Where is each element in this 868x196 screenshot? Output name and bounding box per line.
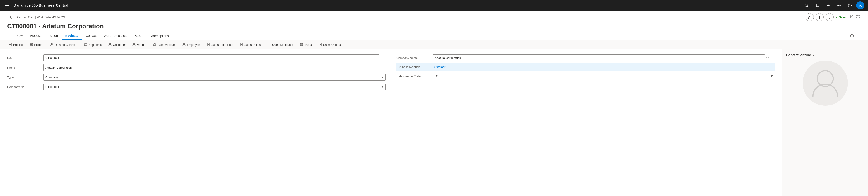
field-no-value: ··· [43,55,385,61]
help-icon-btn[interactable] [845,1,855,10]
subnav-picture[interactable]: Picture [26,41,46,48]
segments-icon [84,43,87,47]
svg-rect-37 [268,43,270,46]
field-name-ellipsis-btn[interactable]: ··· [380,65,385,70]
field-company-name-value: ··· [433,55,775,61]
svg-rect-39 [301,43,303,45]
menu-word-templates[interactable]: Word Templates [100,32,130,40]
settings-icon-btn[interactable] [835,1,844,10]
subnav-segments[interactable]: Segments [81,41,105,48]
svg-point-18 [52,43,53,44]
more-options-btn[interactable]: More options [147,32,173,39]
field-name-input[interactable] [43,64,379,71]
app-title: Dynamics 365 Business Central [13,3,68,7]
menu-bar: New Process Report Navigate Contact Word… [7,32,861,40]
top-navigation: Dynamics 365 Business Central [0,0,868,11]
user-avatar[interactable]: IK [856,1,864,9]
subnav-related-contacts[interactable]: Related Contacts [47,41,81,48]
subnav-picture-label: Picture [34,43,43,46]
menu-contact[interactable]: Contact [82,32,100,40]
field-no-input[interactable] [43,55,379,61]
breadcrumb: Contact Card | Work Date: 4/12/2021 [17,15,65,19]
top-nav-left: Dynamics 365 Business Central [4,2,802,8]
business-relation-link[interactable]: Customer [433,65,445,69]
menu-new[interactable]: New [13,32,26,40]
subnav-bank-account[interactable]: Bank Account [150,41,179,48]
subnav-employee-label: Employee [187,43,200,46]
field-company-name-ellipsis-btn[interactable]: ··· [770,55,775,61]
bank-account-icon [153,43,156,47]
subnav-sales-quotes-label: Sales Quotes [323,43,341,46]
svg-point-10 [852,35,852,35]
field-company-no-value: CT000001 [43,84,385,90]
contact-picture-title[interactable]: Contact Picture ∨ [786,53,864,57]
subnav-bank-account-label: Bank Account [158,43,176,46]
expand-btn[interactable] [855,14,861,20]
saved-indicator: ✓ Saved [835,15,847,19]
sales-prices-icon [240,43,243,47]
delete-button[interactable] [826,13,834,21]
subnav-sales-price-lists[interactable]: Sales Price Lists [204,41,236,48]
page-title-name: Adatum Corporation [42,23,104,30]
field-company-name: Company Name ··· [397,53,775,63]
field-company-name-label: Company Name [397,56,433,60]
subnav-profiles[interactable]: Profiles [5,41,26,48]
field-salesperson-code-select[interactable]: JO [433,73,775,79]
picture-icon [30,43,33,47]
field-type: Type Company Person [7,72,385,82]
svg-rect-19 [84,43,87,45]
field-no-ellipsis-btn[interactable]: ··· [380,55,385,61]
info-icon-btn[interactable] [848,33,855,39]
field-salesperson-code-label: Salesperson Code [397,74,433,78]
add-button[interactable] [815,13,824,21]
field-type-select[interactable]: Company Person [43,74,385,80]
field-company-name-input[interactable] [433,55,765,61]
open-in-new-btn[interactable] [849,14,855,20]
subnav-sales-prices[interactable]: Sales Prices [237,41,264,48]
subnav-sales-discounts-label: Sales Discounts [272,43,293,46]
form-sidebar: Contact Picture ∨ [782,50,868,196]
hamburger-menu[interactable] [4,2,11,8]
sales-discounts-icon [268,43,271,47]
subnav-segments-label: Segments [89,43,102,46]
search-icon-btn[interactable] [802,1,811,10]
back-button[interactable] [7,13,14,21]
bell-icon-btn[interactable] [813,1,822,10]
chevron-down-icon: ∨ [812,54,814,57]
edit-button[interactable] [806,13,814,21]
subnav-sales-quotes[interactable]: Sales Quotes [315,41,344,48]
subnav-sales-discounts[interactable]: Sales Discounts [264,41,296,48]
field-name: Name ··· [7,63,385,72]
form-content: No. ··· Name ··· [0,50,868,196]
subnav-vendor[interactable]: Vendor [129,41,149,48]
subnav-related-contacts-label: Related Contacts [55,43,77,46]
vendor-icon [132,43,135,47]
subnav-employee[interactable]: Employee [179,41,203,48]
page-title-code: CT000001 [7,23,37,30]
field-type-value: Company Person [43,74,385,80]
related-contacts-icon [50,43,53,47]
field-company-no-label: Company No. [7,85,43,89]
sales-quotes-icon [319,43,322,47]
menu-process[interactable]: Process [26,32,45,40]
form-grid: No. ··· Name ··· [7,53,775,92]
subnav-sales-prices-label: Sales Prices [244,43,260,46]
menu-navigate[interactable]: Navigate [62,32,82,40]
subnav-vendor-label: Vendor [137,43,146,46]
field-type-label: Type [7,76,43,79]
breadcrumb-row: Contact Card | Work Date: 4/12/2021 [7,13,861,21]
flag-icon-btn[interactable] [824,1,833,10]
menu-page[interactable]: Page [130,32,145,40]
employee-icon [182,43,186,47]
field-business-relation: Business Relation Customer [397,63,775,71]
subnav-customer[interactable]: Customer [105,41,129,48]
contact-picture-placeholder [803,61,848,106]
sales-price-lists-icon [207,43,210,47]
field-company-no-select[interactable]: CT000001 [43,84,385,90]
subnav-overflow-btn[interactable] [855,41,863,48]
menu-report[interactable]: Report [45,32,62,40]
page-title-separator: · [39,23,40,30]
subnav-tasks[interactable]: Tasks [297,41,315,48]
svg-point-3 [839,5,840,6]
field-no: No. ··· [7,53,385,63]
